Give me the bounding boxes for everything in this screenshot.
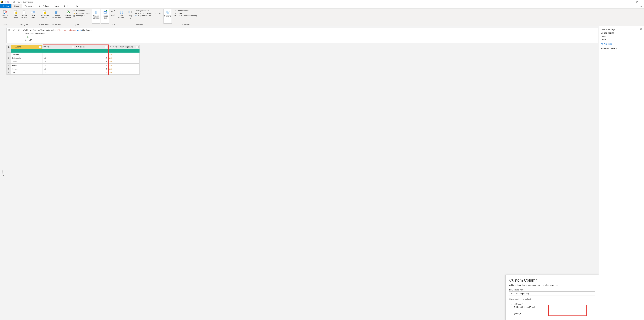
column-header-animal[interactable]: AᴮCAnimal▾ (11, 45, 42, 49)
svg-rect-13 (31, 11, 34, 12)
table-row[interactable]: 3Gerbil133List (7, 60, 140, 64)
close-icon[interactable]: ✕ (640, 1, 642, 3)
svg-rect-28 (104, 11, 106, 12)
reduce-rows-label: Reduce Rows (102, 15, 108, 19)
tab-view[interactable]: View (52, 4, 61, 8)
group-by-button[interactable]: Group By (126, 9, 134, 24)
table-row[interactable]: 2Guinea pig122List (7, 56, 140, 60)
manage-parameters-label: Manage Parameters (52, 15, 61, 19)
table-corner[interactable]: ▦▾ (7, 45, 11, 49)
qat-dropdown-icon[interactable]: ▾ (10, 1, 10, 3)
query-name-input[interactable] (601, 38, 642, 41)
custom-column-dialog: Custom Column Add a column that is compu… (506, 275, 599, 320)
column-header-price[interactable]: AᴮCPrice▾ (42, 45, 75, 49)
settings-title: Query Settings (601, 28, 615, 31)
azure-ml-label: Azure Machine Learning (177, 15, 197, 17)
new-source-button[interactable]: New Source (12, 9, 19, 24)
qat-separator: | (5, 1, 6, 3)
enter-data-button[interactable]: Enter Data (29, 9, 37, 24)
manage-button[interactable]: ▦Manage▾ (73, 15, 90, 17)
formula-text[interactable]: = Table.AddColumn(Table_with_index, "Pri… (21, 28, 594, 43)
properties-label: Properties (76, 10, 85, 12)
azure-ml-button[interactable]: ⚗Azure Machine Learning (174, 15, 197, 17)
replace-values-label: Replace Values (138, 15, 151, 17)
table-row[interactable]: 6Rat166List (7, 71, 140, 75)
group-data-sources-label: Data Sources (39, 24, 50, 26)
formula-accept-icon[interactable]: ✓ (12, 28, 16, 32)
minimize-icon[interactable]: ― (632, 1, 634, 3)
expand-icon[interactable]: ↔ (136, 46, 138, 48)
vision-label: Vision (177, 12, 182, 14)
new-column-name-input[interactable] (509, 291, 595, 296)
data-source-settings-button[interactable]: Data source settings (39, 9, 50, 24)
refresh-preview-label: Refresh Preview (65, 15, 71, 19)
query-settings-pane: Query Settings✕ PROPERTIES Name All Prop… (599, 26, 644, 320)
tab-transform[interactable]: Transform (22, 4, 36, 8)
advanced-editor-button[interactable]: 📝Advanced Editor (73, 12, 90, 14)
fx-icon[interactable]: fx (16, 28, 21, 32)
sort-asc-button[interactable]: A↓Z (112, 10, 115, 13)
reduce-rows-button[interactable]: Reduce Rows (101, 9, 109, 24)
properties-section-header[interactable]: PROPERTIES (601, 32, 642, 34)
close-apply-label: Close & Apply (2, 15, 8, 19)
table-row[interactable]: 4Parrot144List (7, 64, 140, 67)
filter-dropdown-icon[interactable]: ▾ (105, 46, 107, 48)
combine-button[interactable]: + Combine (164, 9, 172, 24)
data-grid: ▦▾ AᴮCAnimal▾ AᴮCPrice▾ 1.2Index▾ ABC 12… (6, 45, 598, 75)
sort-desc-button[interactable]: Z↓A (112, 13, 115, 16)
group-manage-spacer (92, 24, 109, 26)
tab-home[interactable]: Home (12, 4, 22, 8)
tab-help[interactable]: Help (71, 4, 80, 8)
svg-rect-31 (120, 11, 121, 14)
all-properties-link[interactable]: All Properties (601, 43, 612, 45)
split-column-label: Split Column (118, 15, 124, 19)
save-icon[interactable]: 🖫 (7, 1, 9, 3)
table-row[interactable]: 1Hamster111List (7, 53, 140, 56)
recent-sources-label: Recent Sources (21, 15, 27, 19)
group-new-query-label: New Query (12, 24, 37, 26)
manage-columns-label: Manage Columns (93, 15, 100, 19)
manage-columns-button[interactable]: Manage Columns (92, 9, 100, 24)
filter-dropdown-icon[interactable]: ▾ (72, 46, 74, 48)
queries-pane-collapsed[interactable]: › Queries (0, 26, 5, 320)
applied-steps-section-header[interactable]: APPLIED STEPS (601, 48, 642, 49)
center-area: ✕ ✓ fx = Table.AddColumn(Table_with_inde… (5, 26, 599, 320)
group-close-label: Close (1, 24, 9, 26)
svg-marker-30 (106, 10, 107, 11)
refresh-preview-button[interactable]: Refresh Preview (64, 9, 72, 24)
tab-tools[interactable]: Tools (61, 4, 71, 8)
text-analytics-button[interactable]: ≡Text Analytics (174, 10, 197, 12)
app-icon (0, 1, 4, 3)
menu-tabs: Soubor Home Transform Add Column View To… (0, 4, 644, 9)
formula-cancel-icon[interactable]: ✕ (7, 28, 12, 32)
enter-data-label: Enter Data (31, 15, 35, 19)
properties-button[interactable]: ☰Properties (73, 10, 90, 12)
replace-values-button[interactable]: ½Replace Values (135, 15, 161, 17)
manage-parameters-button[interactable]: Manage Parameters (52, 9, 62, 24)
combine-label: Combine (164, 15, 171, 17)
formula-collapse-icon[interactable]: ˄ (594, 28, 598, 31)
expand-queries-icon[interactable]: › (2, 28, 4, 28)
group-combine-spacer (164, 24, 172, 26)
maximize-icon[interactable]: ▢ (636, 1, 638, 3)
vision-button[interactable]: 👁Vision (174, 12, 197, 14)
collapse-ribbon-icon[interactable] (638, 4, 644, 8)
tab-file[interactable]: Soubor (0, 4, 12, 8)
table-row[interactable]: 5Mouse155List (7, 67, 140, 71)
svg-rect-20 (56, 13, 56, 14)
advanced-editor-label: Advanced Editor (76, 12, 90, 14)
column-header-price-from-beginning[interactable]: ABC 123Price from beginning↔ (108, 45, 140, 49)
split-column-button[interactable]: Split Column (117, 9, 125, 24)
svg-rect-2 (2, 1, 3, 3)
close-apply-button[interactable]: Close & Apply (1, 9, 9, 24)
tab-add-column[interactable]: Add Column (36, 4, 52, 8)
ribbon: Close & Apply Close New Source Recent So… (0, 9, 644, 26)
custom-formula-input[interactable]: = List.Range( Table_with_index[Price], 0… (509, 301, 595, 317)
column-header-index[interactable]: 1.2Index▾ (75, 45, 108, 49)
first-row-headers-button[interactable]: ▦Use First Row as Headers▾ (135, 12, 161, 14)
info-icon[interactable]: i (530, 298, 532, 300)
recent-sources-button[interactable]: Recent Sources (20, 9, 28, 24)
filter-dropdown-icon[interactable]: ▾ (39, 46, 42, 48)
close-settings-icon[interactable]: ✕ (640, 28, 642, 31)
data-type-button[interactable]: Data Type: Text▾ (135, 10, 161, 12)
